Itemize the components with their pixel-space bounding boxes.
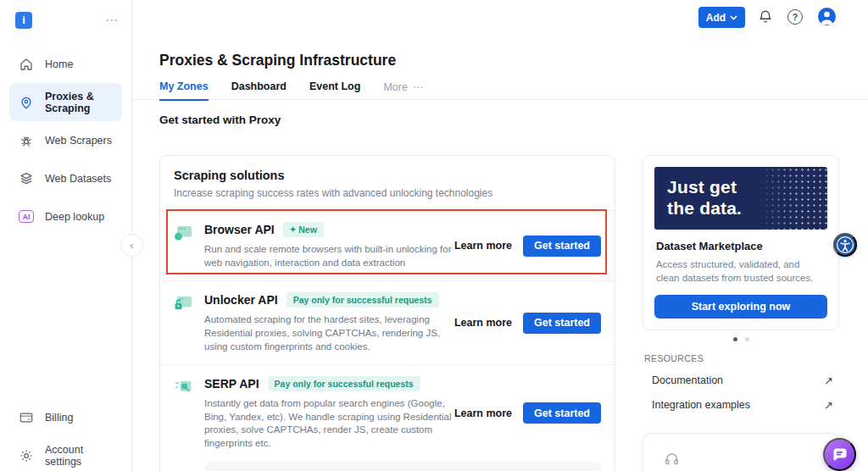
solution-row-unlocker-api: Unlocker API Pay only for successful req… — [160, 281, 615, 365]
carousel-dot-active[interactable] — [733, 337, 737, 341]
solution-description: Automated scraping for the hardest sites… — [204, 313, 454, 353]
pay-per-success-badge: Pay only for successful requests — [287, 292, 439, 308]
learn-more-link[interactable]: Learn more — [454, 407, 512, 419]
sidebar-header: i ⋯ — [0, 0, 131, 29]
section-heading: Get started with Proxy — [159, 114, 281, 126]
solution-row-serp-api: SERP API Pay only for successful request… — [160, 365, 615, 471]
start-exploring-button[interactable]: Start exploring now — [654, 295, 827, 319]
sidebar-overflow-icon[interactable]: ⋯ — [105, 16, 118, 25]
sidebar: i ⋯ Home Proxies & Scraping Web Scrapers — [0, 0, 132, 471]
sidebar-item-label: Home — [45, 58, 73, 70]
sparkle-icon: ✦ — [290, 225, 297, 234]
just-get-the-data-banner: Just get the data. — [654, 167, 827, 230]
promo-title: Dataset Marketplace — [656, 240, 826, 252]
learn-more-link[interactable]: Learn more — [454, 317, 512, 329]
new-badge: ✦ New — [283, 222, 324, 237]
dataset-marketplace-card: Just get the data. Dataset Marketplace A… — [643, 155, 839, 330]
external-link-icon: ↗ — [824, 374, 833, 387]
location-pin-icon — [19, 95, 34, 110]
tab-dashboard[interactable]: Dashboard — [231, 80, 287, 101]
help-icon[interactable]: ? — [787, 9, 803, 25]
resource-link-integration-examples[interactable]: Integration examples ↗ — [643, 393, 839, 417]
banner-text-line2: the data. — [667, 198, 827, 219]
solution-info: Browser API ✦ New Run and scale remote b… — [204, 222, 454, 269]
next-gen-serp-subcard[interactable]: Next-Gen SERP Intelligence AI — [204, 462, 601, 471]
sidebar-item-label: Web Datasets — [45, 173, 111, 185]
support-card — [643, 433, 839, 471]
sidebar-item-web-scrapers[interactable]: Web Scrapers — [9, 121, 122, 159]
accessibility-icon — [835, 233, 855, 257]
spider-icon — [19, 133, 34, 148]
learn-more-link[interactable]: Learn more — [454, 240, 512, 252]
chevron-left-icon: ‹ — [130, 239, 133, 252]
get-started-button[interactable]: Get started — [523, 313, 601, 334]
external-link-icon: ↗ — [824, 399, 833, 412]
gear-icon — [19, 448, 34, 463]
tab-my-zones[interactable]: My Zones — [159, 80, 209, 101]
sidebar-item-account-settings[interactable]: Account settings — [9, 436, 122, 471]
credit-card-icon — [19, 410, 34, 425]
pay-per-success-badge: Pay only for successful requests — [268, 376, 420, 391]
sidebar-item-proxies-scraping[interactable]: Proxies & Scraping — [9, 83, 122, 121]
sidebar-item-label: Web Scrapers — [45, 135, 112, 147]
sidebar-item-home[interactable]: Home — [9, 45, 122, 83]
browser-api-icon — [174, 224, 204, 241]
ai-badge-icon: AI — [19, 209, 34, 224]
solution-info: SERP API Pay only for successful request… — [204, 376, 454, 451]
avatar[interactable] — [818, 8, 836, 25]
solution-name: Browser API — [204, 223, 275, 236]
serp-api-icon — [174, 379, 204, 396]
get-started-button[interactable]: Get started — [523, 236, 601, 257]
resource-link-documentation[interactable]: Documentation ↗ — [643, 368, 839, 392]
solutions-card-subtitle: Increase scraping success rates with adv… — [174, 187, 601, 199]
user-icon — [818, 8, 836, 25]
tab-more[interactable]: More ⋯ — [383, 80, 423, 101]
chat-button[interactable] — [823, 438, 856, 471]
sidebar-item-billing[interactable]: Billing — [9, 398, 122, 436]
add-button[interactable]: Add — [698, 7, 745, 28]
solution-row-browser-api: Browser API ✦ New Run and scale remote b… — [160, 211, 615, 281]
sidebar-item-label: Billing — [45, 412, 73, 424]
notifications-bell-icon[interactable] — [758, 9, 773, 25]
chevron-down-icon — [730, 15, 737, 20]
layers-icon — [19, 171, 34, 186]
resources-heading: RESOURCES — [644, 353, 704, 363]
home-icon — [19, 57, 34, 72]
chat-bubble-icon — [831, 446, 849, 463]
carousel-dot[interactable] — [745, 337, 749, 341]
get-started-button[interactable]: Get started — [523, 402, 601, 424]
sidebar-collapse-button[interactable]: ‹ — [120, 234, 143, 257]
sidebar-item-label: Deep lookup — [45, 211, 104, 223]
solution-description: Run and scale remote browsers with built… — [204, 243, 454, 269]
unlocker-api-icon — [174, 295, 204, 312]
scraping-solutions-card: Scraping solutions Increase scraping suc… — [159, 155, 615, 471]
carousel-dots — [643, 337, 839, 341]
solution-name: SERP API — [204, 377, 259, 391]
solution-name: Unlocker API — [204, 293, 278, 307]
sidebar-item-web-datasets[interactable]: Web Datasets — [9, 159, 122, 197]
promo-description: Access structured, validated, and clean … — [656, 258, 826, 285]
tab-bar: My Zones Dashboard Event Log More ⋯ — [159, 80, 423, 101]
solutions-card-title: Scraping solutions — [174, 169, 601, 182]
sidebar-item-label: Account settings — [45, 444, 122, 468]
headphones-icon — [664, 451, 838, 467]
sidebar-item-label: Proxies & Scraping — [45, 91, 122, 114]
sidebar-item-deep-lookup[interactable]: AI Deep lookup — [9, 197, 122, 236]
ellipsis-icon: ⋯ — [413, 81, 424, 93]
accessibility-button[interactable] — [833, 233, 857, 257]
solution-info: Unlocker API Pay only for successful req… — [204, 292, 454, 353]
solutions-card-header: Scraping solutions Increase scraping suc… — [160, 156, 615, 211]
page-title: Proxies & Scraping Infrastructure — [159, 52, 396, 69]
banner-text-line1: Just get — [667, 177, 827, 198]
brand-logo[interactable]: i — [15, 12, 32, 29]
tab-event-log[interactable]: Event Log — [309, 80, 360, 101]
solution-description: Instantly get data from popular search e… — [204, 397, 454, 451]
